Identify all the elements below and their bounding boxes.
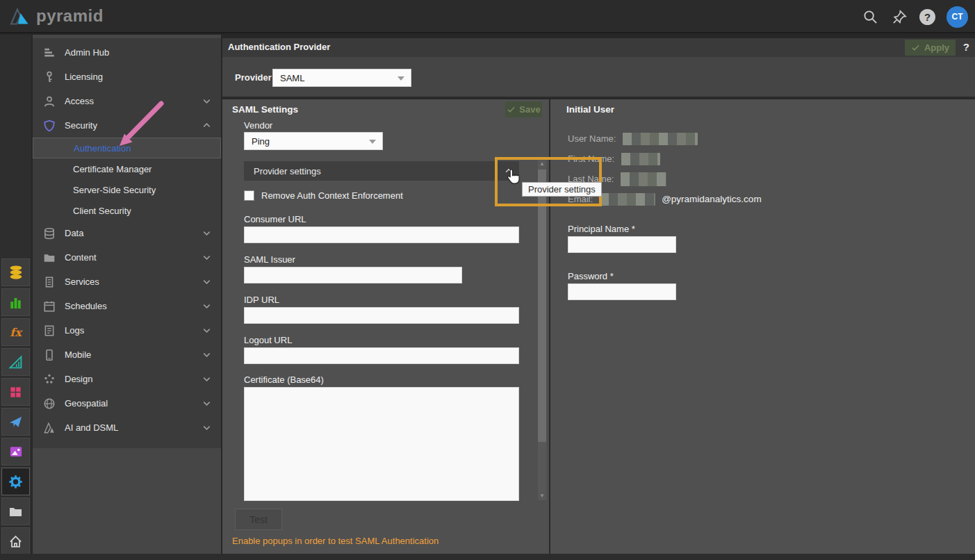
sidebar-item-data[interactable]: Data (33, 221, 221, 245)
sidebar-item-label: Certificate Manager (73, 164, 151, 174)
sidebar-item-geospatial[interactable]: Geospatial (33, 391, 221, 415)
scroll-down-icon[interactable]: ▼ (538, 492, 546, 500)
vendor-selected-value: Ping (252, 136, 270, 147)
strip-formula-icon[interactable]: fx (1, 318, 30, 346)
provider-settings-collapse-bar[interactable]: Provider settings (244, 161, 519, 181)
chevron-down-icon (202, 325, 212, 336)
bottom-strip (0, 554, 975, 560)
first-name-redacted-value (621, 153, 660, 165)
help-icon[interactable]: ? (919, 9, 935, 25)
top-bar: pyramid ? CT (0, 0, 975, 33)
password-label: Password * (568, 271, 614, 281)
chevron-down-icon (202, 349, 212, 360)
user-name-label: User Name: (568, 133, 616, 144)
consumer-url-input[interactable] (244, 227, 519, 243)
sidebar-item-label: Server-Side Security (73, 185, 156, 195)
panel-scrollbar[interactable]: ▲ ▼ (538, 160, 546, 500)
logo-text: pyramid (36, 6, 104, 26)
save-button[interactable]: Save (505, 101, 542, 117)
sidebar-item-label: AI and DSML (65, 422, 118, 433)
sidebar-item-label: Logs (65, 325, 84, 336)
principal-name-input[interactable] (568, 236, 676, 253)
sidebar-item-schedules[interactable]: Schedules (33, 294, 221, 318)
scrollbar-thumb[interactable] (538, 170, 546, 442)
strip-database-icon[interactable] (1, 258, 30, 286)
vendor-select[interactable]: Ping (244, 132, 383, 150)
chevron-down-icon (398, 76, 404, 81)
strip-home-icon[interactable] (1, 527, 30, 555)
initial-user-title: Initial User (566, 104, 614, 115)
module-strip: fx (0, 35, 31, 554)
password-input[interactable] (568, 283, 676, 300)
email-redacted-value (600, 193, 655, 206)
idp-url-label: IDP URL (244, 295, 279, 305)
strip-gear-icon[interactable] (1, 468, 30, 495)
pin-icon[interactable] (890, 8, 908, 26)
certificate-label: Certificate (Base64) (244, 374, 324, 385)
chevron-down-icon (369, 140, 376, 144)
sidebar-item-label: Access (65, 96, 94, 106)
sidebar-item-content[interactable]: Content (33, 245, 221, 270)
search-icon[interactable] (861, 8, 879, 26)
initial-user-panel: Initial User User Name: First Name: Last… (550, 99, 975, 554)
sidebar-item-label: Schedules (65, 301, 107, 311)
mouse-cursor (505, 167, 523, 186)
check-icon (911, 43, 920, 52)
sidebar-item-label: Mobile (65, 349, 91, 360)
vendor-label: Vendor (244, 120, 272, 131)
chevron-down-icon (202, 252, 212, 263)
remove-auth-context-checkbox[interactable] (244, 190, 254, 201)
user-name-row: User Name: (568, 129, 762, 149)
pyramid-logo-icon (9, 7, 30, 26)
strip-folder-icon[interactable] (1, 497, 30, 525)
strip-tabulate-icon[interactable] (1, 348, 30, 376)
sidebar-item-ai-and-dsml[interactable]: AI and DSML (33, 415, 221, 440)
avatar[interactable]: CT (947, 6, 968, 28)
chevron-down-icon (202, 374, 212, 384)
sidebar-item-admin-hub[interactable]: Admin Hub (33, 40, 221, 65)
strip-image-icon[interactable] (1, 438, 30, 466)
sidebar-item-server-side-security[interactable]: Server-Side Security (33, 179, 221, 200)
annotation-arrow (111, 99, 170, 154)
sidebar-item-mobile[interactable]: Mobile (33, 343, 221, 367)
logout-url-label: Logout URL (244, 335, 292, 345)
strip-paper-plane-icon[interactable] (1, 408, 30, 436)
idp-url-input[interactable] (244, 307, 519, 324)
sidebar-item-label: Security (65, 120, 97, 131)
chevron-up-icon (202, 120, 212, 131)
logout-url-input[interactable] (244, 347, 519, 364)
apply-button[interactable]: Apply (905, 40, 956, 56)
chevron-down-icon (202, 277, 212, 287)
sidebar-item-label: Data (65, 228, 83, 238)
saml-issuer-input[interactable] (244, 267, 462, 283)
provider-settings-tooltip: Provider settings (522, 182, 602, 197)
certificate-textarea[interactable] (244, 387, 519, 501)
strip-grid-icon[interactable] (1, 378, 30, 406)
consumer-url-label: Consumer URL (244, 214, 306, 224)
principal-name-label: Principal Name * (568, 224, 635, 234)
remove-auth-context-row: Remove Auth Context Enforcement (244, 190, 403, 201)
provider-settings-label: Provider settings (254, 166, 321, 176)
sidebar-item-label: Services (65, 277, 99, 287)
header-help-icon[interactable]: ? (963, 41, 969, 53)
sidebar-item-certificate-manager[interactable]: Certificate Manager (33, 158, 221, 179)
sidebar-item-label: Design (65, 374, 92, 384)
provider-select[interactable]: SAML (272, 69, 411, 87)
test-button[interactable]: Test (235, 509, 282, 530)
strip-bar-chart-icon[interactable] (1, 288, 30, 316)
sidebar-item-licensing[interactable]: Licensing (33, 65, 221, 89)
chevron-down-icon (202, 398, 212, 409)
email-domain: @pyramidanalytics.com (662, 194, 762, 204)
last-name-redacted-value (621, 172, 666, 186)
sidebar-item-logs[interactable]: Logs (33, 318, 221, 343)
sidebar-item-label: Content (65, 252, 97, 263)
chevron-down-icon (202, 422, 212, 433)
pyramid-logo: pyramid (9, 6, 104, 26)
check-icon (507, 105, 516, 114)
sidebar-item-label: Licensing (65, 72, 103, 82)
sidebar-item-client-security[interactable]: Client Security (33, 200, 221, 221)
chevron-down-icon (202, 228, 212, 238)
sidebar-item-services[interactable]: Services (33, 270, 221, 294)
saml-settings-title: SAML Settings (232, 104, 298, 115)
sidebar-item-design[interactable]: Design (33, 367, 221, 391)
